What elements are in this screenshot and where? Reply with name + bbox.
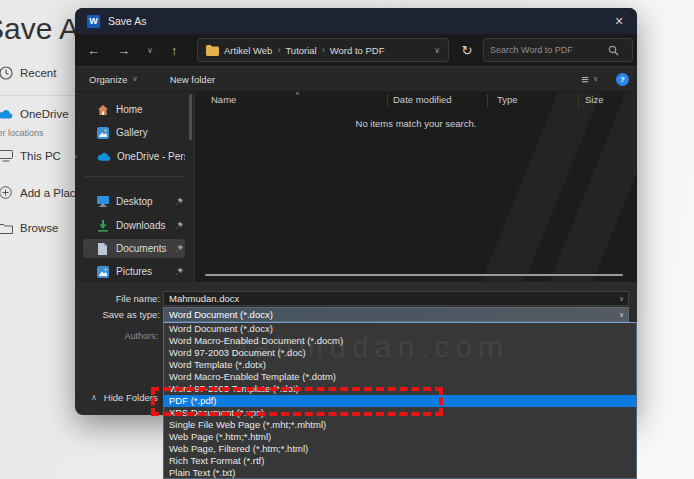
sidebar-item-label: Desktop bbox=[116, 196, 169, 207]
screenshot-canvas: Save As Recent OneDrive Other locations … bbox=[0, 0, 694, 479]
sidebar-scrollbar[interactable] bbox=[189, 94, 192, 140]
file-name-value[interactable]: Mahmudan.docx bbox=[164, 293, 619, 304]
chevron-down-icon[interactable]: ∨ bbox=[593, 75, 598, 83]
cloud-icon bbox=[97, 152, 111, 161]
backstage-item-recent[interactable]: Recent bbox=[0, 66, 56, 80]
help-icon[interactable]: ? bbox=[616, 73, 629, 86]
navigation-bar: ← → ∨ ↑ Artikel Web › Tutorial › Word to… bbox=[75, 34, 637, 66]
chevron-down-icon: ∨ bbox=[133, 75, 138, 83]
backstage-item-add-place[interactable]: Add a Place bbox=[0, 186, 82, 199]
sidebar-item-home[interactable]: Home bbox=[83, 100, 185, 119]
hide-folders-label: Hide Folders bbox=[104, 392, 158, 403]
backstage-item-label: Browse bbox=[20, 222, 58, 234]
refresh-icon[interactable]: ↻ bbox=[456, 38, 478, 62]
sidebar-item-gallery[interactable]: Gallery bbox=[83, 123, 185, 142]
up-icon[interactable]: ↑ bbox=[171, 34, 178, 66]
column-separator[interactable] bbox=[387, 94, 388, 107]
clock-icon bbox=[0, 66, 13, 80]
backstage-item-this-pc[interactable]: This PC bbox=[0, 150, 61, 162]
horizontal-scrollbar[interactable] bbox=[205, 274, 623, 276]
column-separator[interactable] bbox=[487, 94, 488, 107]
download-icon bbox=[97, 220, 110, 232]
empty-folder-message: No items match your search. bbox=[195, 118, 637, 129]
dropdown-option[interactable]: Word Template (*.dotx) bbox=[164, 359, 636, 371]
dialog-titlebar[interactable]: W Save As ✕ bbox=[75, 8, 637, 34]
folder-outline-icon bbox=[0, 223, 13, 234]
back-icon[interactable]: ← bbox=[87, 34, 100, 66]
file-name-combobox[interactable]: Mahmudan.docx ∨ bbox=[163, 291, 629, 306]
sidebar-item-label: Documents bbox=[116, 243, 169, 254]
divider bbox=[85, 176, 183, 177]
desktop-icon bbox=[97, 196, 110, 207]
dropdown-option[interactable]: Web Page, Filtered (*.htm;*.html) bbox=[164, 443, 636, 455]
sidebar-item-pictures[interactable]: Pictures bbox=[83, 262, 185, 281]
divider bbox=[0, 95, 76, 96]
breadcrumb-separator: › bbox=[322, 45, 325, 55]
backstage-item-browse[interactable]: Browse bbox=[0, 222, 58, 234]
save-as-type-combobox[interactable]: Word Document (*.docx) ∨ bbox=[163, 307, 629, 322]
column-header-name[interactable]: Name bbox=[211, 94, 236, 105]
chevron-down-icon[interactable]: ∨ bbox=[619, 295, 624, 303]
dialog-main: Home Gallery › OneDrive - Perso bbox=[75, 92, 637, 282]
backstage-item-label: Add a Place bbox=[20, 187, 82, 199]
search-icon bbox=[608, 45, 619, 56]
sidebar-item-label: Home bbox=[116, 104, 185, 115]
dropdown-option[interactable]: Rich Text Format (*.rtf) bbox=[164, 455, 636, 467]
breadcrumb[interactable]: Artikel Web › Tutorial › Word to PDF ∨ bbox=[197, 38, 449, 62]
dropdown-option[interactable]: Single File Web Page (*.mht;*.mhtml) bbox=[164, 419, 636, 431]
sidebar-item-label: Gallery bbox=[116, 127, 185, 138]
pin-icon bbox=[175, 221, 185, 230]
dropdown-option[interactable]: Word Macro-Enabled Template (*.dotm) bbox=[164, 371, 636, 383]
backstage-item-label: OneDrive bbox=[20, 108, 69, 120]
dropdown-option[interactable]: Plain Text (*.txt) bbox=[164, 467, 636, 479]
save-as-type-label: Save as type: bbox=[102, 309, 160, 320]
sidebar-item-downloads[interactable]: Downloads bbox=[83, 216, 185, 235]
sort-ascending-icon: ∧ bbox=[295, 92, 300, 97]
hide-folders-button[interactable]: ∧ Hide Folders bbox=[91, 392, 158, 403]
home-icon bbox=[97, 104, 110, 116]
pin-icon bbox=[175, 244, 185, 253]
monitor-icon bbox=[0, 150, 13, 162]
chevron-down-icon[interactable]: ∨ bbox=[619, 311, 624, 319]
dropdown-option[interactable]: Word Document (*.docx) bbox=[164, 323, 636, 335]
forward-icon[interactable]: → bbox=[117, 34, 130, 66]
dialog-title: Save As bbox=[108, 15, 147, 27]
recent-locations-chevron-icon[interactable]: ∨ bbox=[147, 34, 153, 66]
save-as-type-value[interactable]: Word Document (*.docx) bbox=[164, 309, 619, 320]
organize-button[interactable]: Organize ∨ bbox=[89, 74, 138, 85]
sidebar-item-onedrive[interactable]: OneDrive - Perso bbox=[83, 147, 185, 166]
backstage-item-onedrive[interactable]: OneDrive bbox=[0, 108, 69, 120]
search-box[interactable] bbox=[483, 38, 633, 62]
annotation-highlight-rectangle bbox=[151, 387, 443, 416]
dropdown-option[interactable]: Word Macro-Enabled Document (*.docm) bbox=[164, 335, 636, 347]
dropdown-option[interactable]: Word 97-2003 Document (*.doc) bbox=[164, 347, 636, 359]
file-name-label: File name: bbox=[116, 293, 160, 304]
close-icon[interactable]: ✕ bbox=[609, 11, 629, 31]
breadcrumb-item[interactable]: Word to PDF bbox=[330, 45, 385, 56]
chevron-up-icon: ∧ bbox=[91, 393, 97, 402]
chevron-down-icon[interactable]: ∨ bbox=[434, 46, 440, 55]
column-header-size[interactable]: Size bbox=[585, 94, 603, 105]
add-circle-icon bbox=[0, 186, 13, 199]
gallery-icon bbox=[97, 127, 110, 139]
folder-sidebar: Home Gallery › OneDrive - Perso bbox=[75, 92, 193, 282]
column-header-date-modified[interactable]: Date modified bbox=[393, 94, 452, 105]
sidebar-item-label: Downloads bbox=[116, 220, 169, 231]
new-folder-button[interactable]: New folder bbox=[170, 74, 215, 85]
pictures-icon bbox=[97, 266, 110, 278]
backstage-item-label: Recent bbox=[20, 67, 56, 79]
column-separator[interactable] bbox=[578, 94, 579, 107]
dropdown-option[interactable]: Web Page (*.htm;*.html) bbox=[164, 431, 636, 443]
organize-label: Organize bbox=[89, 74, 128, 85]
breadcrumb-item[interactable]: Tutorial bbox=[285, 45, 316, 56]
search-input[interactable] bbox=[484, 45, 608, 55]
view-list-icon[interactable]: ≡ bbox=[581, 72, 589, 87]
backstage-item-label: This PC bbox=[20, 150, 61, 162]
dialog-toolbar: Organize ∨ New folder ≡ ∨ ? bbox=[75, 66, 637, 92]
breadcrumb-item[interactable]: Artikel Web bbox=[224, 45, 272, 56]
file-list-pane: Name ∧ Date modified Type Size No items … bbox=[195, 92, 637, 282]
sidebar-item-documents[interactable]: Documents bbox=[83, 239, 185, 258]
sidebar-item-desktop[interactable]: Desktop bbox=[83, 192, 185, 211]
column-header-type[interactable]: Type bbox=[497, 94, 518, 105]
sidebar-item-label: Pictures bbox=[116, 266, 169, 277]
